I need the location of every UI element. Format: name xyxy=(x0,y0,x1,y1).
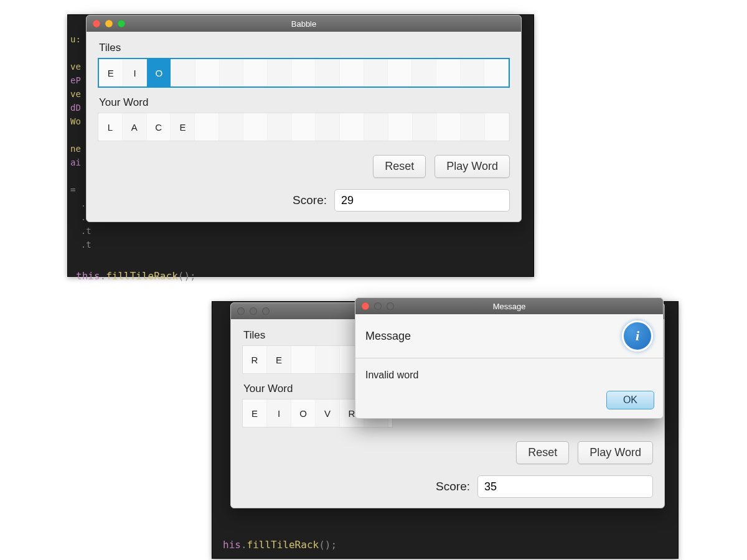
score-field[interactable] xyxy=(477,475,653,498)
reset-button[interactable]: Reset xyxy=(373,155,426,178)
tile[interactable] xyxy=(243,113,268,141)
tile[interactable]: E xyxy=(267,346,291,373)
tile[interactable] xyxy=(292,59,316,86)
minimize-icon[interactable] xyxy=(374,302,382,310)
score-field[interactable] xyxy=(334,189,510,212)
dialog-header-title: Message xyxy=(365,330,411,343)
tile[interactable] xyxy=(388,59,412,86)
tile[interactable] xyxy=(220,59,244,86)
tile[interactable] xyxy=(364,59,388,86)
tile[interactable] xyxy=(243,59,268,86)
minimize-icon[interactable] xyxy=(105,20,113,27)
code-peek-2: his.fillTileRack(); xyxy=(223,539,337,551)
play-word-button[interactable]: Play Word xyxy=(435,155,510,178)
tile[interactable] xyxy=(485,113,509,141)
tile[interactable]: E xyxy=(243,399,267,427)
tile[interactable] xyxy=(316,346,340,373)
tile[interactable]: R xyxy=(243,346,267,373)
word-rack[interactable]: LACE xyxy=(98,113,510,141)
tile[interactable]: L xyxy=(98,113,123,141)
tile[interactable] xyxy=(388,113,413,141)
tile[interactable] xyxy=(364,113,388,141)
close-icon[interactable] xyxy=(362,302,369,310)
tile[interactable] xyxy=(195,113,219,141)
tile[interactable] xyxy=(292,113,316,141)
tile[interactable]: V xyxy=(316,399,340,427)
tile[interactable] xyxy=(461,59,485,86)
tile[interactable] xyxy=(316,59,340,86)
tile[interactable] xyxy=(461,113,485,141)
tile[interactable] xyxy=(436,59,461,86)
dialog-titlebar[interactable]: Message xyxy=(355,298,663,314)
zoom-icon[interactable] xyxy=(262,307,270,315)
play-word-button[interactable]: Play Word xyxy=(578,441,653,464)
tiles-rack[interactable]: EIO xyxy=(98,58,510,88)
zoom-icon[interactable] xyxy=(387,302,394,310)
score-label: Score: xyxy=(293,194,327,207)
tile[interactable] xyxy=(340,59,364,86)
tile[interactable] xyxy=(412,59,436,86)
tile[interactable]: A xyxy=(123,113,147,141)
tile[interactable]: I xyxy=(123,59,148,86)
titlebar-1[interactable]: Babble xyxy=(87,16,521,32)
zoom-icon[interactable] xyxy=(118,20,125,27)
tile[interactable]: I xyxy=(267,399,291,427)
tile[interactable] xyxy=(437,113,461,141)
close-icon[interactable] xyxy=(237,307,245,315)
score-label: Score: xyxy=(436,480,470,493)
dialog-window-title: Message xyxy=(355,302,663,311)
tile[interactable]: E xyxy=(171,113,195,141)
code-peek-1: this.fillTileRack(); xyxy=(76,270,196,282)
tile[interactable] xyxy=(268,59,292,86)
reset-button[interactable]: Reset xyxy=(516,441,569,464)
ok-button[interactable]: OK xyxy=(606,391,654,409)
tile[interactable] xyxy=(484,59,509,86)
tile[interactable] xyxy=(219,113,243,141)
tile[interactable] xyxy=(316,113,340,141)
tile[interactable] xyxy=(171,59,195,86)
babble-window-1: Babble Tiles EIO Your Word LACE Reset Pl… xyxy=(86,15,522,222)
window-title: Babble xyxy=(87,19,521,29)
minimize-icon[interactable] xyxy=(250,307,257,315)
tile[interactable]: O xyxy=(147,59,171,86)
tile[interactable] xyxy=(291,346,316,373)
tiles-label: Tiles xyxy=(99,42,510,54)
close-icon[interactable] xyxy=(93,20,100,27)
your-word-label: Your Word xyxy=(99,96,510,109)
dialog-message: Invalid word xyxy=(355,358,663,385)
info-icon: i xyxy=(622,320,653,352)
tile[interactable] xyxy=(268,113,292,141)
tile[interactable] xyxy=(413,113,437,141)
tile[interactable] xyxy=(340,113,364,141)
tile[interactable]: C xyxy=(147,113,171,141)
tile[interactable]: O xyxy=(291,399,316,427)
tile[interactable]: E xyxy=(99,59,123,86)
tile[interactable] xyxy=(195,59,220,86)
message-dialog: Message Message i Invalid word OK xyxy=(355,297,664,419)
